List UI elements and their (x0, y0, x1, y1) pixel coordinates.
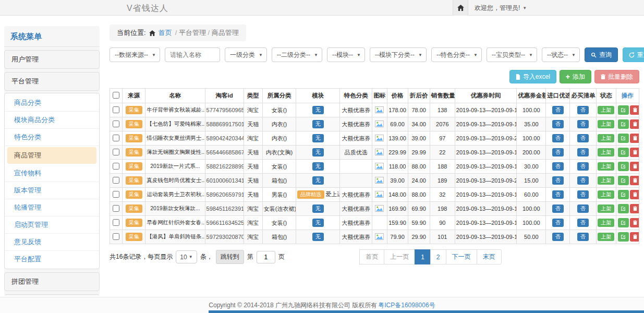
import-flag-badge[interactable]: 否 (552, 204, 564, 213)
edit-button[interactable] (618, 176, 629, 185)
page-button[interactable]: 末页 (477, 249, 502, 264)
edit-button[interactable] (618, 232, 629, 242)
import-excel-button[interactable]: 导入excel (509, 70, 556, 83)
sidebar-item[interactable]: 宣传物料 (5, 165, 99, 182)
edit-button[interactable] (618, 190, 629, 199)
filter-select[interactable]: --模块下分类-- ▼ (370, 47, 427, 62)
delete-button[interactable] (630, 134, 639, 143)
row-checkbox[interactable] (113, 177, 119, 184)
edit-button[interactable] (618, 218, 629, 227)
must-buy-badge[interactable]: 否 (577, 106, 589, 115)
import-flag-badge[interactable]: 否 (552, 134, 564, 143)
status-badge[interactable]: 上架 (598, 204, 614, 213)
batch-delete-button[interactable]: 批量删除 (594, 70, 639, 83)
row-checkbox[interactable] (113, 233, 119, 240)
filter-select[interactable]: --特色分类-- ▼ (431, 47, 482, 62)
delete-button[interactable] (630, 119, 639, 129)
sidebar-item[interactable]: 商品管理 (7, 147, 96, 164)
import-flag-badge[interactable]: 否 (552, 162, 564, 171)
row-checkbox[interactable] (113, 121, 119, 127)
import-flag-badge[interactable]: 否 (552, 120, 564, 129)
status-badge[interactable]: 上架 (598, 162, 614, 171)
delete-button[interactable] (630, 148, 639, 157)
filter-select[interactable]: --模块-- ▼ (327, 47, 365, 62)
delete-button[interactable] (630, 176, 639, 185)
filter-select[interactable]: --状态-- ▼ (542, 47, 580, 62)
import-flag-badge[interactable]: 否 (552, 233, 564, 242)
page-button[interactable]: 下一页 (446, 249, 477, 264)
delete-button[interactable] (630, 232, 639, 242)
bottom-scrollbar[interactable] (209, 310, 644, 313)
delete-button[interactable] (630, 105, 639, 115)
breadcrumb-home-link[interactable]: 首页 (159, 28, 172, 38)
must-buy-badge[interactable]: 否 (577, 233, 589, 242)
status-badge[interactable]: 上架 (598, 148, 614, 157)
must-buy-badge[interactable]: 否 (577, 148, 589, 157)
jump-page-input[interactable] (257, 251, 275, 263)
page-button[interactable]: 上一页 (384, 249, 415, 264)
search-button[interactable]: 查询 (585, 47, 618, 62)
sidebar-item[interactable]: 意见反馈 (5, 234, 99, 251)
sidebar-item[interactable]: 启动页管理 (5, 216, 99, 234)
sidebar-section-platform[interactable]: 平台管理 (4, 72, 100, 91)
home-button[interactable] (453, 0, 468, 16)
must-buy-badge[interactable]: 否 (577, 176, 589, 185)
edit-button[interactable] (618, 119, 629, 129)
row-checkbox[interactable] (113, 163, 119, 170)
edit-button[interactable] (618, 162, 629, 171)
filter-select[interactable]: --宝贝类型-- ▼ (487, 47, 537, 62)
row-checkbox[interactable] (113, 135, 119, 141)
must-buy-badge[interactable]: 否 (577, 204, 589, 213)
edit-button[interactable] (618, 105, 629, 115)
edit-button[interactable] (618, 204, 629, 213)
import-flag-badge[interactable]: 否 (552, 219, 564, 227)
row-checkbox[interactable] (113, 106, 119, 113)
delete-button[interactable] (630, 190, 639, 199)
must-buy-badge[interactable]: 否 (577, 134, 589, 143)
must-buy-badge[interactable]: 否 (577, 219, 589, 227)
status-badge[interactable]: 上架 (598, 219, 614, 227)
sidebar-item[interactable]: 版本管理 (5, 182, 99, 199)
sidebar-item[interactable]: 模块商品分类 (5, 112, 99, 129)
row-checkbox[interactable] (113, 149, 119, 155)
sidebar-section[interactable]: 省惠快报 (4, 294, 100, 296)
sidebar-item[interactable]: 商品分类 (5, 94, 99, 112)
status-badge[interactable]: 上架 (598, 233, 614, 242)
status-badge[interactable]: 上架 (598, 176, 614, 185)
sidebar-section-users[interactable]: 用户管理 (4, 50, 100, 69)
row-checkbox[interactable] (113, 219, 119, 226)
edit-button[interactable] (618, 148, 629, 157)
delete-button[interactable] (630, 162, 639, 171)
filter-select[interactable]: 一级分类 ▼ (225, 47, 267, 62)
page-button[interactable]: 首页 (359, 249, 384, 264)
sidebar-item[interactable]: 特色分类 (5, 129, 99, 146)
must-buy-badge[interactable]: 否 (577, 190, 589, 199)
user-menu[interactable]: 欢迎您，管理员! ▼ (468, 0, 533, 16)
row-checkbox[interactable] (113, 205, 119, 212)
icp-link[interactable]: 粤ICP备16098006号 (378, 301, 435, 310)
name-search-input[interactable] (165, 47, 220, 62)
reset-button[interactable]: 重置 (623, 47, 644, 62)
page-button[interactable]: 1 (415, 249, 431, 264)
import-flag-badge[interactable]: 否 (552, 176, 564, 185)
add-button[interactable]: + 添加 (560, 70, 591, 83)
delete-button[interactable] (630, 218, 639, 227)
select-all-checkbox[interactable] (113, 92, 119, 99)
import-flag-badge[interactable]: 否 (552, 148, 564, 157)
sidebar-section[interactable]: 拼团管理 (4, 272, 100, 291)
filter-select[interactable]: --二级分类-- ▼ (272, 47, 322, 62)
edit-button[interactable] (618, 134, 629, 143)
row-checkbox[interactable] (113, 191, 119, 198)
sidebar-item[interactable]: 平台配置 (5, 251, 99, 268)
jump-button[interactable]: 跳转到 (216, 250, 244, 264)
status-badge[interactable]: 上架 (598, 120, 614, 129)
status-badge[interactable]: 上架 (598, 190, 614, 199)
filter-select-data-source[interactable]: --数据来源-- ▼ (110, 47, 160, 62)
page-size-select[interactable]: 10 ▼ (176, 250, 197, 263)
import-flag-badge[interactable]: 否 (552, 106, 564, 115)
status-badge[interactable]: 上架 (598, 106, 614, 115)
page-button[interactable]: 2 (430, 249, 446, 264)
must-buy-badge[interactable]: 否 (577, 120, 589, 129)
must-buy-badge[interactable]: 否 (577, 162, 589, 171)
status-badge[interactable]: 上架 (598, 134, 614, 143)
